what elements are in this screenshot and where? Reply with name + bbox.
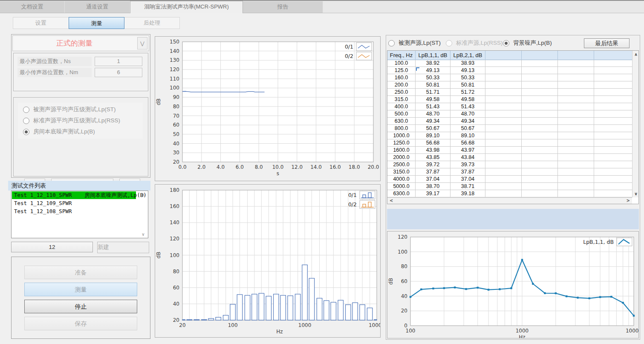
table-cell[interactable]	[558, 125, 594, 132]
table-cell[interactable]: 125.0	[387, 67, 416, 74]
table-cell[interactable]	[522, 125, 558, 132]
table-cell[interactable]	[594, 89, 632, 96]
table-cell[interactable]	[558, 118, 594, 125]
table-cell[interactable]: 400.0	[387, 103, 416, 110]
table-horizontal-scrollbar[interactable]: < >	[387, 197, 632, 204]
table-cell[interactable]	[485, 110, 522, 118]
table-cell[interactable]	[594, 118, 632, 125]
table-cell[interactable]: 800.0	[387, 125, 416, 132]
table-cell[interactable]	[558, 190, 594, 197]
final-result-button[interactable]: 最后结果	[584, 38, 630, 48]
table-cell[interactable]: 5000.0	[387, 183, 416, 190]
table-cell[interactable]: 6300.0	[387, 190, 416, 197]
table-column-header-3[interactable]	[485, 51, 522, 60]
file-list-item-1[interactable]: Test 1_12_109_SPWR	[12, 199, 136, 207]
main-tab-3[interactable]: 报告	[243, 1, 323, 13]
table-cell[interactable]: 37.87	[451, 168, 485, 176]
table-cell[interactable]	[558, 183, 594, 190]
table-cell[interactable]	[485, 132, 522, 139]
table-cell[interactable]	[594, 132, 632, 139]
table-cell[interactable]	[485, 60, 522, 67]
table-cell[interactable]: 50.81	[416, 81, 451, 89]
table-cell[interactable]: 315.0	[387, 96, 416, 103]
radio-icon[interactable]	[446, 40, 452, 46]
action-button-1[interactable]: 测量	[24, 283, 137, 296]
table-cell[interactable]	[485, 168, 522, 176]
table-column-header-5[interactable]	[558, 51, 594, 60]
table-cell[interactable]	[522, 132, 558, 139]
table-cell[interactable]: 2000.0	[387, 154, 416, 161]
radio-icon[interactable]	[23, 107, 29, 113]
table-cell[interactable]	[522, 110, 558, 118]
table-cell[interactable]	[485, 118, 522, 125]
table-column-header-6[interactable]	[594, 51, 633, 60]
table-cell[interactable]	[558, 74, 594, 81]
table-cell[interactable]: 100.0	[387, 60, 416, 67]
action-button-2[interactable]: 停止	[24, 300, 137, 313]
table-cell[interactable]	[558, 176, 594, 183]
table-cell[interactable]: 160.0	[387, 74, 416, 81]
table-cell[interactable]	[594, 190, 632, 197]
table-cell[interactable]	[485, 139, 522, 147]
radio-icon[interactable]	[388, 40, 395, 46]
table-cell[interactable]: 56.68	[416, 139, 451, 147]
table-cell[interactable]	[594, 154, 632, 161]
sub-tab-0[interactable]: 设置	[13, 17, 69, 29]
table-cell[interactable]	[522, 147, 558, 154]
table-cell[interactable]: 630.0	[387, 118, 416, 125]
table-cell[interactable]	[485, 147, 522, 154]
table-cell[interactable]: 38.70	[416, 183, 451, 190]
measurement-mode-dropdown[interactable]: 正式的测量 ⋁	[12, 35, 149, 51]
radio-icon[interactable]	[23, 129, 29, 135]
table-cell[interactable]: 37.87	[416, 168, 451, 176]
table-cell[interactable]: 37.04	[416, 176, 451, 183]
table-cell[interactable]: 1250.0	[387, 139, 416, 147]
scroll-up-icon[interactable]: ∧	[634, 52, 638, 57]
table-cell[interactable]	[522, 103, 558, 110]
table-cell[interactable]: 49.13	[451, 67, 485, 74]
table-cell[interactable]: 38.93	[451, 60, 485, 67]
table-cell[interactable]: 200.0	[387, 81, 416, 89]
table-cell[interactable]	[558, 89, 594, 96]
table-cell[interactable]: 500.0	[387, 110, 416, 118]
table-cell[interactable]: 50.81	[451, 81, 485, 89]
table-cell[interactable]	[558, 103, 594, 110]
action-button-3[interactable]: 保存	[24, 317, 137, 330]
table-cell[interactable]	[522, 67, 558, 74]
table-cell[interactable]	[485, 89, 522, 96]
radio-icon[interactable]	[503, 40, 509, 46]
table-cell[interactable]	[485, 103, 522, 110]
table-cell[interactable]	[594, 139, 632, 147]
scroll-left-icon[interactable]: <	[390, 198, 393, 203]
table-cell[interactable]	[558, 81, 594, 89]
new-file-button[interactable]: 新建	[97, 242, 149, 253]
table-cell[interactable]	[558, 60, 594, 67]
result-source-radio-1[interactable]: 标准声源,Lp(RSS)	[446, 39, 503, 47]
sub-tab-1[interactable]: 测量	[69, 17, 125, 29]
table-column-header-0[interactable]: Freq., Hz	[387, 51, 416, 60]
table-cell[interactable]	[558, 110, 594, 118]
table-cell[interactable]	[522, 60, 558, 67]
table-cell[interactable]: 48.70	[451, 110, 485, 118]
table-cell[interactable]	[485, 176, 522, 183]
table-cell[interactable]	[522, 96, 558, 103]
result-source-radio-2[interactable]: 背景噪声,Lp(B)	[503, 39, 552, 47]
table-cell[interactable]: 39.73	[451, 161, 485, 168]
table-cell[interactable]: 250.0	[387, 89, 416, 96]
table-cell[interactable]: 1600.0	[387, 147, 416, 154]
table-cell[interactable]: 49.13	[416, 67, 451, 74]
table-cell[interactable]: 38.71	[451, 183, 485, 190]
table-cell[interactable]	[522, 168, 558, 176]
table-cell[interactable]	[594, 74, 632, 81]
main-tab-2[interactable]: 混响室法测试声功率(MCR-SPWR)	[130, 1, 243, 13]
table-cell[interactable]	[594, 147, 632, 154]
file-list[interactable]: ∧ ∨ Test 1_12_110_SPWR 房间本底噪声测试,Lp(B)Tes…	[11, 191, 148, 238]
file-count-button[interactable]: 12	[11, 242, 93, 252]
table-cell[interactable]: 3150.0	[387, 168, 416, 176]
table-cell[interactable]: 48.70	[416, 110, 451, 118]
table-cell[interactable]	[558, 139, 594, 147]
test-type-radio-0[interactable]: 被测声源平均声压级测试,Lp(ST)	[23, 104, 141, 115]
chevron-down-icon[interactable]: ⋁	[137, 37, 147, 49]
table-cell[interactable]: 89.10	[451, 132, 485, 139]
field-input-1[interactable]: 6	[95, 68, 142, 77]
